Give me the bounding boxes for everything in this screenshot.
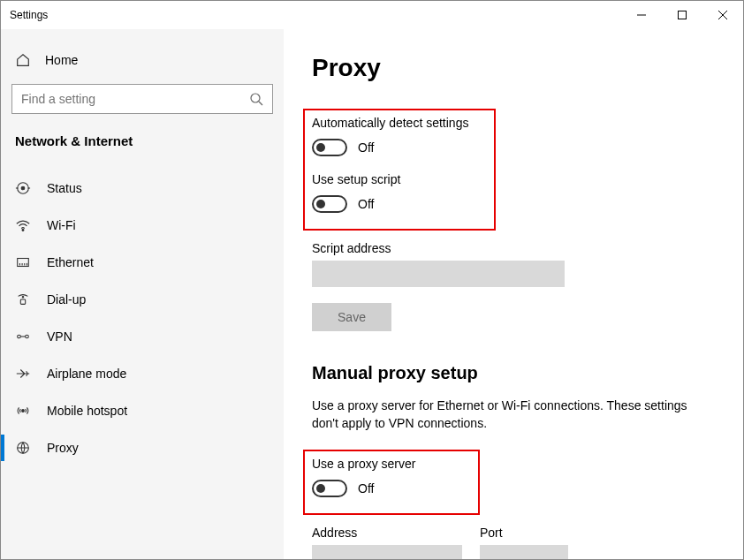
search-icon: [249, 92, 263, 106]
sidebar-item-proxy[interactable]: Proxy: [1, 429, 284, 466]
script-address-label: Script address: [312, 241, 715, 255]
wifi-icon: [15, 217, 31, 233]
sidebar-item-wifi[interactable]: Wi-Fi: [1, 207, 284, 244]
svg-point-10: [22, 230, 24, 231]
svg-point-17: [22, 297, 23, 298]
sidebar-item-label: Airplane mode: [47, 367, 126, 381]
sidebar: Home Network & Internet Status: [1, 29, 284, 559]
search-box[interactable]: [11, 84, 273, 114]
search-input[interactable]: [21, 92, 249, 106]
vpn-icon: [15, 329, 31, 344]
manual-section-title: Manual proxy setup: [312, 363, 715, 383]
highlight-auto-proxy: Automatically detect settings Off Use se…: [303, 109, 496, 231]
home-label: Home: [45, 53, 78, 67]
svg-rect-16: [20, 299, 25, 304]
sidebar-item-label: Ethernet: [47, 255, 94, 269]
sidebar-item-label: Dial-up: [47, 292, 86, 306]
sidebar-item-vpn[interactable]: VPN: [1, 318, 284, 355]
window-controls: [621, 1, 743, 29]
auto-detect-toggle[interactable]: [312, 139, 347, 156]
port-label: Port: [480, 526, 568, 540]
sidebar-item-dialup[interactable]: Dial-up: [1, 281, 284, 318]
use-proxy-state: Off: [358, 481, 374, 496]
home-button[interactable]: Home: [11, 45, 273, 75]
sidebar-item-label: Status: [47, 181, 82, 195]
highlight-manual-proxy: Use a proxy server Off: [303, 450, 480, 515]
script-address-input: [312, 261, 565, 287]
ethernet-icon: [15, 254, 31, 270]
sidebar-item-status[interactable]: Status: [1, 170, 284, 207]
auto-detect-state: Off: [358, 140, 374, 155]
address-input: [312, 545, 462, 559]
setup-script-toggle[interactable]: [312, 195, 347, 213]
sidebar-item-label: Wi-Fi: [47, 218, 76, 232]
sidebar-item-label: VPN: [47, 329, 72, 344]
window-title: Settings: [10, 9, 48, 21]
status-icon: [15, 180, 31, 196]
manual-description: Use a proxy server for Ethernet or Wi-Fi…: [312, 397, 701, 432]
dialup-icon: [15, 291, 31, 307]
svg-point-18: [18, 335, 21, 338]
use-proxy-toggle[interactable]: [312, 480, 347, 497]
svg-rect-1: [679, 11, 687, 19]
nav-list: Status Wi-Fi Ethernet Dial-up: [1, 170, 284, 466]
home-icon: [15, 52, 31, 68]
setup-script-state: Off: [358, 197, 374, 211]
hotspot-icon: [15, 403, 31, 419]
sidebar-item-label: Mobile hotspot: [47, 404, 127, 418]
use-proxy-label: Use a proxy server: [312, 457, 471, 471]
svg-point-7: [21, 186, 25, 190]
svg-point-4: [251, 94, 260, 102]
port-input: [480, 545, 568, 559]
page-title: Proxy: [312, 54, 715, 82]
sidebar-item-ethernet[interactable]: Ethernet: [1, 244, 284, 281]
sidebar-item-airplane[interactable]: Airplane mode: [1, 355, 284, 392]
svg-point-21: [22, 410, 25, 412]
auto-detect-label: Automatically detect settings: [312, 116, 487, 130]
setup-script-label: Use setup script: [312, 172, 487, 186]
titlebar: Settings: [1, 1, 743, 29]
save-button: Save: [312, 303, 391, 331]
maximize-button[interactable]: [662, 1, 702, 29]
airplane-icon: [15, 366, 31, 382]
svg-point-19: [26, 335, 29, 338]
svg-line-5: [259, 102, 262, 105]
sidebar-item-label: Proxy: [47, 441, 79, 455]
section-header: Network & Internet: [11, 133, 273, 148]
sidebar-item-hotspot[interactable]: Mobile hotspot: [1, 392, 284, 429]
address-label: Address: [312, 526, 462, 540]
main-panel: Proxy Automatically detect settings Off …: [284, 29, 743, 559]
proxy-icon: [15, 440, 31, 456]
close-button[interactable]: [702, 1, 743, 29]
minimize-button[interactable]: [621, 1, 662, 29]
